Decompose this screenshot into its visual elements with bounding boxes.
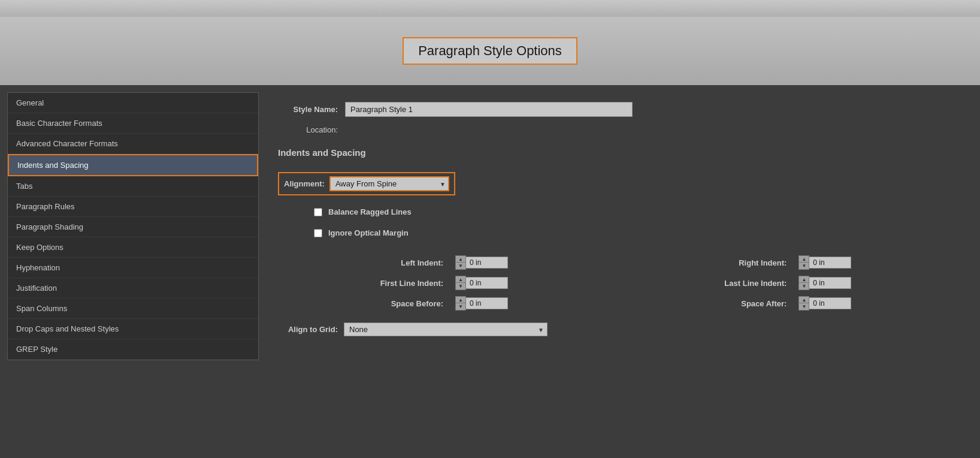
fields-grid: Left Indent: ▲ ▼ Right Indent: ▲ ▼ xyxy=(278,255,954,311)
sidebar-item-general[interactable]: General xyxy=(8,93,258,113)
balance-ragged-lines-row: Balance Ragged Lines xyxy=(314,207,954,216)
space-before-spinner[interactable]: ▲ ▼ xyxy=(455,296,466,311)
alignment-box: Alignment: Away From SpineLeftCenterRigh… xyxy=(278,172,455,195)
sidebar-item-grep-style[interactable]: GREP Style xyxy=(8,339,258,360)
alignment-outer: Alignment: Away From SpineLeftCenterRigh… xyxy=(278,172,954,195)
align-to-grid-select[interactable]: NoneAll LinesFirst Line Only xyxy=(344,323,548,336)
right-indent-spinner[interactable]: ▲ ▼ xyxy=(798,255,809,270)
first-line-indent-down[interactable]: ▼ xyxy=(456,283,465,290)
title-bar xyxy=(0,0,980,17)
left-indent-wrapper: ▲ ▼ xyxy=(455,255,610,270)
first-line-indent-input[interactable] xyxy=(466,277,508,289)
ignore-optical-margin-checkbox[interactable] xyxy=(314,229,322,237)
left-indent-input[interactable] xyxy=(466,257,508,269)
sidebar-item-drop-caps-and-nested-styles[interactable]: Drop Caps and Nested Styles xyxy=(8,319,258,339)
dialog-header: Paragraph Style Options xyxy=(0,17,980,85)
right-indent-down[interactable]: ▼ xyxy=(799,263,809,269)
style-name-label: Style Name: xyxy=(278,105,338,114)
first-line-indent-spinner[interactable]: ▲ ▼ xyxy=(455,276,466,290)
right-indent-input[interactable] xyxy=(809,257,851,269)
first-line-indent-label: First Line Indent: xyxy=(278,279,443,288)
sidebar-item-keep-options[interactable]: Keep Options xyxy=(8,237,258,258)
last-line-indent-spinner[interactable]: ▲ ▼ xyxy=(798,276,809,290)
content-area: Style Name: Location: Indents and Spacin… xyxy=(259,92,973,451)
first-line-indent-up[interactable]: ▲ xyxy=(456,276,465,283)
align-to-grid-label: Align to Grid: xyxy=(278,325,338,334)
space-before-down[interactable]: ▼ xyxy=(456,303,465,310)
location-row: Location: xyxy=(278,125,954,134)
sidebar-item-tabs[interactable]: Tabs xyxy=(8,176,258,197)
ignore-optical-margin-label: Ignore Optical Margin xyxy=(328,228,409,237)
dialog-title: Paragraph Style Options xyxy=(403,37,577,65)
align-to-grid-select-wrapper: NoneAll LinesFirst Line Only ▼ xyxy=(344,323,548,336)
ignore-optical-margin-row: Ignore Optical Margin xyxy=(314,228,954,237)
space-after-up[interactable]: ▲ xyxy=(799,297,809,303)
sidebar-item-hyphenation[interactable]: Hyphenation xyxy=(8,258,258,278)
space-after-spinner[interactable]: ▲ ▼ xyxy=(798,296,809,311)
last-line-indent-up[interactable]: ▲ xyxy=(799,276,809,283)
left-indent-up[interactable]: ▲ xyxy=(456,256,465,263)
left-indent-down[interactable]: ▼ xyxy=(456,263,465,269)
space-before-input[interactable] xyxy=(466,297,508,309)
alignment-label: Alignment: xyxy=(284,179,325,188)
alignment-select-wrapper: Away From SpineLeftCenterRightJustifyJus… xyxy=(329,176,449,191)
space-after-input[interactable] xyxy=(809,297,851,309)
sidebar-item-paragraph-shading[interactable]: Paragraph Shading xyxy=(8,217,258,237)
balance-ragged-lines-label: Balance Ragged Lines xyxy=(328,207,412,216)
last-line-indent-down[interactable]: ▼ xyxy=(799,283,809,290)
sidebar-item-indents-and-spacing[interactable]: Indents and Spacing xyxy=(8,154,258,176)
space-before-label: Space Before: xyxy=(278,299,443,308)
section-title: Indents and Spacing xyxy=(278,147,954,158)
right-indent-up[interactable]: ▲ xyxy=(799,256,809,263)
last-line-indent-input[interactable] xyxy=(809,277,851,289)
space-after-label: Space After: xyxy=(622,299,787,308)
style-name-row: Style Name: xyxy=(278,102,954,117)
balance-ragged-lines-checkbox[interactable] xyxy=(314,208,322,216)
last-line-indent-wrapper: ▲ ▼ xyxy=(798,276,954,290)
alignment-select[interactable]: Away From SpineLeftCenterRightJustifyJus… xyxy=(329,176,449,191)
style-name-input[interactable] xyxy=(345,102,633,117)
space-after-down[interactable]: ▼ xyxy=(799,303,809,310)
right-indent-wrapper: ▲ ▼ xyxy=(798,255,954,270)
dialog-body: GeneralBasic Character FormatsAdvanced C… xyxy=(0,85,980,458)
sidebar-item-paragraph-rules[interactable]: Paragraph Rules xyxy=(8,197,258,217)
sidebar-item-basic-character-formats[interactable]: Basic Character Formats xyxy=(8,113,258,134)
left-indent-spinner[interactable]: ▲ ▼ xyxy=(455,255,466,270)
sidebar-item-advanced-character-formats[interactable]: Advanced Character Formats xyxy=(8,134,258,154)
first-line-indent-wrapper: ▲ ▼ xyxy=(455,276,610,290)
sidebar-item-span-columns[interactable]: Span Columns xyxy=(8,299,258,319)
space-after-wrapper: ▲ ▼ xyxy=(798,296,954,311)
sidebar: GeneralBasic Character FormatsAdvanced C… xyxy=(7,92,259,451)
space-before-up[interactable]: ▲ xyxy=(456,297,465,303)
sidebar-item-justification[interactable]: Justification xyxy=(8,278,258,299)
dialog-container: Paragraph Style Options GeneralBasic Cha… xyxy=(0,17,980,458)
space-before-wrapper: ▲ ▼ xyxy=(455,296,610,311)
last-line-indent-label: Last Line Indent: xyxy=(622,279,787,288)
location-label: Location: xyxy=(278,125,338,134)
left-indent-label: Left Indent: xyxy=(278,258,443,267)
right-indent-label: Right Indent: xyxy=(622,258,787,267)
align-to-grid-row: Align to Grid: NoneAll LinesFirst Line O… xyxy=(278,323,954,336)
sidebar-list: GeneralBasic Character FormatsAdvanced C… xyxy=(7,92,259,360)
